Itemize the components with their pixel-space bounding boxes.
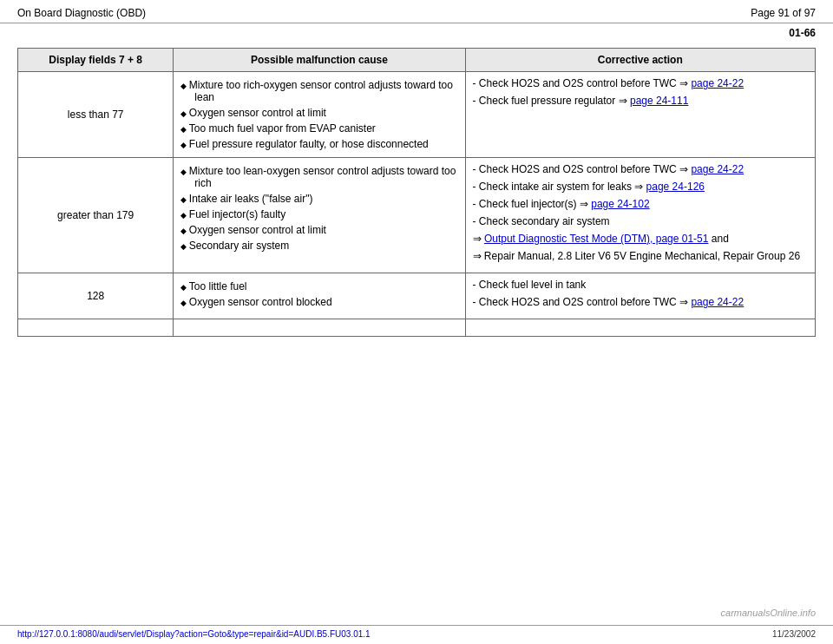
display-field-value: less than 77 — [18, 72, 174, 158]
list-item: Intake air leaks ("false air") — [180, 191, 457, 207]
page-footer: http://127.0.0.1:8080/audi/servlet/Displ… — [0, 625, 833, 639]
page-link[interactable]: page 24-22 — [691, 163, 744, 175]
list-item: Fuel pressure regulator faulty, or hose … — [180, 136, 457, 152]
corrective-action-cell: - Check fuel level in tank - Check HO2S … — [465, 273, 815, 319]
table-row: greater than 179 Mixture too lean-oxygen… — [18, 158, 816, 273]
col-corrective-action: Corrective action — [465, 49, 815, 72]
malfunction-cause-cell: Mixture too rich-oxygen sensor control a… — [174, 72, 465, 158]
list-item: Mixture too lean-oxygen sensor control a… — [180, 163, 457, 191]
corrective-action-cell: - Check HO2S and O2S control before TWC … — [465, 72, 815, 158]
corrective-item: - Check HO2S and O2S control before TWC … — [473, 163, 808, 175]
diagnostic-table: Display fields 7 + 8 Possible malfunctio… — [17, 48, 816, 337]
page-link[interactable]: page 24-111 — [630, 95, 688, 107]
corrective-item: - Check secondary air system — [473, 215, 808, 227]
corrective-action-cell: - Check HO2S and O2S control before TWC … — [465, 158, 815, 273]
cause-list: Too little fuel Oxygen sensor control bl… — [180, 279, 457, 310]
page-link[interactable]: page 24-126 — [646, 181, 705, 193]
corrective-item: - Check HO2S and O2S control before TWC … — [473, 77, 808, 89]
col-display-fields: Display fields 7 + 8 — [18, 49, 174, 72]
corrective-item: ⇒ Repair Manual, 2.8 Liter V6 5V Engine … — [473, 250, 808, 262]
empty-cell — [18, 319, 174, 337]
list-item: Fuel injector(s) faulty — [180, 207, 457, 222]
empty-cell — [465, 319, 815, 337]
list-item: Oxygen sensor control at limit — [180, 105, 457, 121]
main-content: Display fields 7 + 8 Possible malfunctio… — [0, 44, 833, 340]
corrective-text: - Check HO2S and O2S control before TWC … — [473, 77, 808, 107]
document-title: On Board Diagnostic (OBD) — [17, 7, 146, 19]
page-header: On Board Diagnostic (OBD) Page 91 of 97 — [0, 0, 833, 23]
corrective-text: - Check fuel level in tank - Check HO2S … — [473, 279, 808, 308]
list-item: Mixture too rich-oxygen sensor control a… — [180, 77, 457, 105]
page-link[interactable]: page 24-22 — [691, 296, 744, 308]
cause-list: Mixture too rich-oxygen sensor control a… — [180, 77, 457, 152]
list-item: Secondary air system — [180, 238, 457, 253]
corrective-item: - Check fuel pressure regulator ⇒ page 2… — [473, 95, 808, 107]
list-item: Oxygen sensor control at limit — [180, 222, 457, 238]
list-item: Oxygen sensor control blocked — [180, 294, 457, 310]
cause-list: Mixture too lean-oxygen sensor control a… — [180, 163, 457, 253]
footer-date: 11/23/2002 — [772, 629, 816, 639]
corrective-item: - Check fuel level in tank — [473, 279, 808, 291]
display-field-value: 128 — [18, 273, 174, 319]
list-item: Too much fuel vapor from EVAP canister — [180, 121, 457, 136]
corrective-item: ⇒ Output Diagnostic Test Mode (DTM), pag… — [473, 233, 808, 245]
malfunction-cause-cell: Mixture too lean-oxygen sensor control a… — [174, 158, 465, 273]
page-link[interactable]: Output Diagnostic Test Mode (DTM), page … — [484, 233, 709, 245]
table-row-empty — [18, 319, 816, 337]
table-row: less than 77 Mixture too rich-oxygen sen… — [18, 72, 816, 158]
page-link[interactable]: page 24-102 — [591, 198, 649, 210]
section-number: 01-66 — [0, 23, 833, 44]
page-link[interactable]: page 24-22 — [691, 77, 744, 89]
col-malfunction-cause: Possible malfunction cause — [174, 49, 465, 72]
corrective-item: - Check intake air system for leaks ⇒ pa… — [473, 181, 808, 193]
footer-url[interactable]: http://127.0.0.1:8080/audi/servlet/Displ… — [17, 629, 371, 639]
corrective-text: - Check HO2S and O2S control before TWC … — [473, 163, 808, 262]
corrective-item: - Check HO2S and O2S control before TWC … — [473, 296, 808, 308]
watermark: carmanualsOnline.info — [721, 608, 816, 618]
table-row: 128 Too little fuel Oxygen sensor contro… — [18, 273, 816, 319]
malfunction-cause-cell: Too little fuel Oxygen sensor control bl… — [174, 273, 465, 319]
corrective-item: - Check fuel injector(s) ⇒ page 24-102 — [473, 198, 808, 210]
display-field-value: greater than 179 — [18, 158, 174, 273]
empty-cell — [174, 319, 465, 337]
list-item: Too little fuel — [180, 279, 457, 294]
page-number: Page 91 of 97 — [751, 7, 816, 19]
